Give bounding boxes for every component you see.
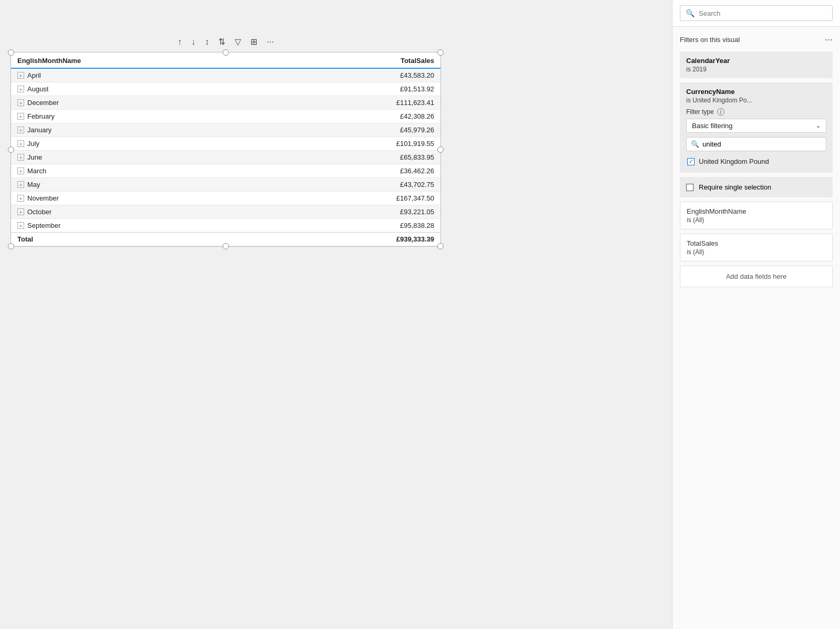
handle-bot-left[interactable] bbox=[8, 243, 14, 249]
table-row: +November£167,347.50 bbox=[11, 192, 440, 205]
month-cell: +March bbox=[11, 164, 269, 177]
currency-name-filter-card: CurrencyName is United Kingdom Po... Fil… bbox=[680, 82, 833, 173]
sales-cell: £43,702.75 bbox=[269, 178, 440, 192]
table-row: +October£93,221.05 bbox=[11, 205, 440, 219]
handle-mid-right[interactable] bbox=[437, 146, 444, 153]
handle-bot-right[interactable] bbox=[437, 243, 444, 249]
filter-icon[interactable]: ▽ bbox=[235, 37, 241, 47]
table-row: +May£43,702.75 bbox=[11, 178, 440, 192]
handle-bot-center[interactable] bbox=[223, 243, 229, 249]
expand-row-icon[interactable]: + bbox=[17, 208, 24, 215]
sales-cell: £95,838.28 bbox=[269, 219, 440, 233]
total-value: £939,333.39 bbox=[269, 233, 440, 246]
filter-search-wrap[interactable]: 🔍 bbox=[686, 137, 826, 151]
sales-cell: £65,833.95 bbox=[269, 151, 440, 164]
expand-row-icon[interactable]: + bbox=[17, 195, 24, 202]
expand-row-icon[interactable]: + bbox=[17, 181, 24, 188]
expand-row-icon[interactable]: + bbox=[17, 140, 24, 147]
month-cell: +December bbox=[11, 96, 269, 109]
table-row: +August£91,513.92 bbox=[11, 82, 440, 96]
month-name: November bbox=[27, 194, 59, 202]
expand-row-icon[interactable]: + bbox=[17, 127, 24, 133]
english-month-filter-card[interactable]: EnglishMonthName is (All) bbox=[680, 202, 833, 229]
sales-cell: £36,462.26 bbox=[269, 164, 440, 178]
sales-cell: £43,583.20 bbox=[269, 68, 440, 82]
month-cell: +November bbox=[11, 192, 269, 205]
single-selection-label: Require single selection bbox=[699, 183, 771, 191]
filters-header-title: Filters on this visual bbox=[680, 36, 740, 44]
month-cell: +July bbox=[11, 137, 269, 150]
expand-row-icon[interactable]: + bbox=[17, 86, 24, 92]
handle-top-center[interactable] bbox=[223, 49, 229, 56]
data-table: EnglishMonthName TotalSales +April£43,58… bbox=[11, 53, 440, 246]
filters-header: Filters on this visual ··· bbox=[680, 34, 833, 45]
calendar-year-filter-card[interactable]: CalendarYear is 2019 bbox=[680, 51, 833, 78]
month-name: December bbox=[27, 99, 59, 107]
total-label: Total bbox=[11, 233, 269, 246]
month-cell: +February bbox=[11, 110, 269, 123]
sales-cell: £101,919.55 bbox=[269, 137, 440, 151]
table-row: +September£95,838.28 bbox=[11, 219, 440, 233]
visual-container: ↑ ↓ ↕ ⇅ ▽ ⊞ ··· EnglishMonthName bbox=[10, 37, 441, 247]
handle-top-left[interactable] bbox=[8, 49, 14, 56]
expand-row-icon[interactable]: + bbox=[17, 99, 24, 106]
filter-type-value: Basic filtering bbox=[692, 122, 732, 130]
filter-type-info-icon[interactable]: i bbox=[717, 108, 724, 116]
month-cell: +January bbox=[11, 123, 269, 137]
month-cell: +September bbox=[11, 219, 269, 232]
month-name: July bbox=[27, 140, 39, 148]
expand-row-icon[interactable]: + bbox=[17, 154, 24, 161]
sales-cell: £111,623.41 bbox=[269, 96, 440, 110]
table-row: +June£65,833.95 bbox=[11, 151, 440, 164]
sort-both-icon[interactable]: ↕ bbox=[205, 37, 209, 47]
month-name: September bbox=[27, 222, 61, 229]
search-input[interactable] bbox=[699, 9, 827, 17]
month-cell: +April bbox=[11, 69, 269, 82]
single-selection-checkbox[interactable] bbox=[686, 184, 694, 191]
chevron-down-icon: ⌄ bbox=[816, 122, 821, 129]
expand-row-icon[interactable]: + bbox=[17, 72, 24, 79]
expand-row-icon[interactable]: + bbox=[17, 222, 24, 229]
filters-more-icon[interactable]: ··· bbox=[825, 34, 833, 45]
single-selection-row[interactable]: Require single selection bbox=[680, 177, 833, 197]
sort-asc-icon[interactable]: ↑ bbox=[177, 37, 182, 47]
add-data-fields-button[interactable]: Add data fields here bbox=[680, 266, 833, 287]
month-name: October bbox=[27, 208, 51, 216]
total-sales-title: TotalSales bbox=[687, 239, 826, 247]
expand-row-icon[interactable]: + bbox=[17, 167, 24, 174]
total-sales-filter-card[interactable]: TotalSales is (All) bbox=[680, 234, 833, 261]
month-name: April bbox=[27, 71, 41, 79]
month-name: January bbox=[27, 126, 51, 134]
sort-desc-icon[interactable]: ↓ bbox=[191, 37, 195, 47]
handle-mid-left[interactable] bbox=[8, 146, 14, 153]
table-frame: EnglishMonthName TotalSales +April£43,58… bbox=[10, 52, 441, 247]
month-cell: +May bbox=[11, 178, 269, 191]
month-cell: +October bbox=[11, 205, 269, 218]
calendar-year-value: is 2019 bbox=[686, 66, 826, 73]
search-box: 🔍 bbox=[673, 0, 840, 27]
sort-custom-icon[interactable]: ⇅ bbox=[218, 37, 225, 47]
sales-cell: £45,979.26 bbox=[269, 123, 440, 137]
uk-pound-checkbox[interactable] bbox=[687, 158, 695, 165]
filter-type-select[interactable]: Basic filtering ⌄ bbox=[686, 119, 826, 133]
table-row: +March£36,462.26 bbox=[11, 164, 440, 178]
col-sales-header[interactable]: TotalSales bbox=[269, 53, 440, 68]
table-row: +April£43,583.20 bbox=[11, 68, 440, 82]
table-row: +January£45,979.26 bbox=[11, 123, 440, 137]
search-input-wrap[interactable]: 🔍 bbox=[680, 5, 833, 21]
filter-search-input[interactable] bbox=[702, 140, 822, 148]
calendar-year-title: CalendarYear bbox=[686, 57, 826, 65]
more-icon[interactable]: ··· bbox=[267, 37, 274, 47]
table-row: +February£42,308.26 bbox=[11, 110, 440, 123]
table-row: +December£111,623.41 bbox=[11, 96, 440, 110]
filter-option-uk-pound[interactable]: United Kingdom Pound bbox=[686, 155, 826, 167]
expand-row-icon[interactable]: + bbox=[17, 113, 24, 120]
right-panel: 🔍 Filters on this visual ··· CalendarYea… bbox=[672, 0, 840, 629]
handle-top-right[interactable] bbox=[437, 49, 444, 56]
uk-pound-label: United Kingdom Pound bbox=[699, 158, 769, 165]
month-name: June bbox=[27, 153, 42, 161]
month-name: February bbox=[27, 112, 55, 120]
english-month-title: EnglishMonthName bbox=[687, 207, 826, 215]
expand-icon[interactable]: ⊞ bbox=[250, 37, 257, 47]
col-month-header[interactable]: EnglishMonthName bbox=[11, 53, 269, 68]
